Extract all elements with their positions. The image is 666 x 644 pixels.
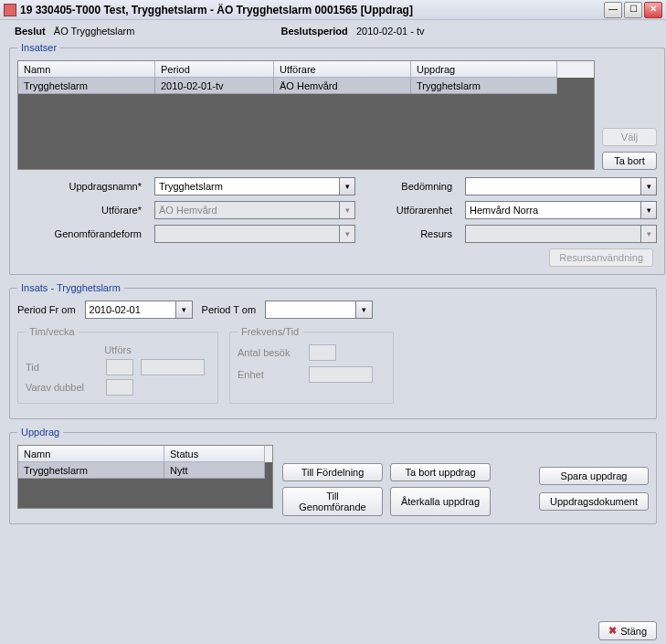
period-fr-label: Period Fr om — [17, 304, 76, 315]
beslutsperiod-label: Beslutsperiod — [280, 26, 347, 37]
chevron-down-icon — [640, 226, 656, 242]
chevron-down-icon[interactable] — [356, 301, 373, 319]
cell-period: 2010-02-01-tv — [155, 78, 274, 94]
uppdrag-grid[interactable]: Namn Status Trygghetslarm Nytt — [17, 445, 273, 509]
tabort-button[interactable]: Ta bort — [602, 152, 657, 170]
stang-label: Stäng — [620, 626, 647, 637]
beslut-label: Beslut — [15, 26, 46, 37]
utforarenhet-label: Utförarenhet — [365, 205, 456, 216]
app-icon — [4, 4, 16, 16]
resurs-combo — [465, 225, 657, 243]
insatsdetail-legend: Insats - Trygghetslarm — [17, 282, 124, 293]
period-t-input[interactable] — [265, 301, 356, 319]
uppdrag-legend: Uppdrag — [17, 427, 63, 438]
period-fr-input[interactable]: 2010-02-01 — [85, 301, 176, 319]
bedomning-label: Bedömning — [365, 181, 456, 192]
titlebar: 19 330405-T000 Test, Trygghetslarm - ÄO … — [0, 0, 666, 20]
utforarenhet-combo[interactable]: Hemvård Norra — [465, 201, 657, 219]
aterkalla-button[interactable]: Återkalla uppdrag — [390, 487, 491, 516]
tid-input — [106, 359, 133, 375]
timvecka-legend: Tim/vecka — [26, 326, 79, 337]
chevron-down-icon[interactable] — [339, 178, 354, 195]
varav-input — [106, 379, 133, 396]
col-utforare[interactable]: Utförare — [274, 61, 411, 78]
col-namn[interactable]: Namn — [18, 446, 164, 462]
cell-namn: Trygghetslarm — [18, 78, 155, 94]
insatser-grid[interactable]: Namn Period Utförare Uppdrag Trygghetsla… — [17, 60, 595, 170]
col-namn[interactable]: Namn — [18, 61, 155, 78]
valj-button[interactable]: Välj — [602, 128, 657, 146]
chevron-down-icon[interactable] — [176, 301, 193, 319]
beslutsperiod-value: 2010-02-01 - tv — [356, 26, 425, 37]
beslut-value: ÄO Trygghetslarm — [54, 26, 135, 37]
timvecka-group: Tim/vecka Utförs Tid Varav dubbel — [17, 326, 218, 404]
uppdragsdokument-button[interactable]: Uppdragsdokument — [539, 492, 649, 511]
cell-utforare: ÄO Hemvård — [274, 78, 411, 94]
window: 19 330405-T000 Test, Trygghetslarm - ÄO … — [0, 0, 666, 644]
col-period[interactable]: Period — [155, 61, 274, 78]
window-title: 19 330405-T000 Test, Trygghetslarm - ÄO … — [20, 4, 604, 16]
uppdrag-group: Uppdrag Namn Status Trygghetslarm Nytt T… — [9, 427, 657, 524]
table-row[interactable]: Trygghetslarm Nytt — [18, 462, 272, 479]
utfors-label: Utförs — [26, 344, 210, 355]
tid-label: Tid — [26, 362, 99, 373]
antal-input — [309, 344, 336, 361]
period-t-label: Period T om — [202, 304, 257, 315]
insatser-group: Insatser Namn Period Utförare Uppdrag Tr… — [9, 42, 665, 275]
tid-utfors-input — [141, 359, 205, 375]
enhet-label: Enhet — [238, 369, 301, 380]
col-uppdrag[interactable]: Uppdrag — [411, 61, 557, 78]
insatsdetail-group: Insats - Trygghetslarm Period Fr om 2010… — [9, 282, 657, 419]
chevron-down-icon — [339, 226, 354, 242]
bedomning-combo[interactable] — [465, 177, 657, 195]
resurs-label: Resurs — [365, 228, 456, 239]
frekvens-group: Frekvens/Tid Antal besök Enhet — [229, 326, 394, 404]
antal-label: Antal besök — [238, 347, 301, 358]
col-status[interactable]: Status — [164, 446, 265, 462]
till-fordelning-button[interactable]: Till Fördelning — [282, 463, 383, 481]
ta-bort-uppdrag-button[interactable]: Ta bort uppdrag — [390, 463, 491, 481]
close-window-button[interactable]: ✕ — [644, 2, 662, 18]
spara-uppdrag-button[interactable]: Spara uppdrag — [539, 467, 649, 485]
varav-label: Varav dubbel — [26, 382, 99, 393]
insatser-legend: Insatser — [17, 42, 60, 53]
cell-namn: Trygghetslarm — [18, 462, 164, 479]
table-row[interactable]: Trygghetslarm 2010-02-01-tv ÄO Hemvård T… — [18, 78, 594, 94]
till-genomforande-button[interactable]: Till Genomförande — [282, 487, 383, 516]
maximize-button[interactable]: ☐ — [624, 2, 642, 18]
uppdragsnamn-label: Uppdragsnamn* — [26, 181, 145, 192]
utforare-label: Utförare* — [26, 205, 145, 216]
close-icon: ✖ — [608, 625, 617, 637]
cell-status: Nytt — [164, 462, 265, 479]
enhet-input — [309, 366, 373, 383]
utforare-combo: ÄO Hemvård — [154, 201, 355, 219]
chevron-down-icon[interactable] — [640, 178, 656, 195]
genomforandeform-label: Genomförandeform — [26, 228, 145, 239]
frekvens-legend: Frekvens/Tid — [238, 326, 302, 337]
uppdragsnamn-combo[interactable]: Trygghetslarm — [154, 177, 355, 195]
resursanvandning-button[interactable]: Resursanvändning — [549, 248, 653, 267]
stang-button[interactable]: ✖ Stäng — [598, 621, 657, 640]
cell-uppdrag: Trygghetslarm — [411, 78, 557, 94]
chevron-down-icon — [339, 202, 354, 218]
genomforandeform-combo — [154, 225, 355, 243]
minimize-button[interactable]: — — [604, 2, 622, 18]
chevron-down-icon[interactable] — [640, 202, 656, 218]
